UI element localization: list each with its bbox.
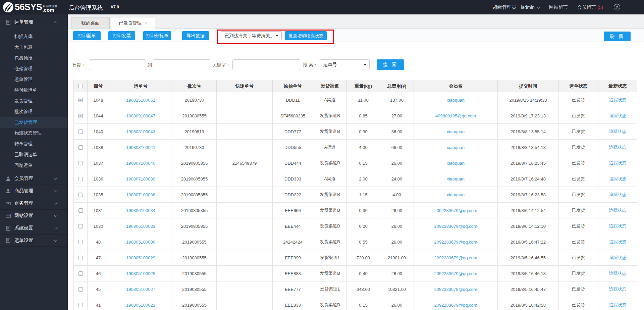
- print-label-button[interactable]: 打印面单: [73, 31, 101, 40]
- sidebar-item-无主包裹[interactable]: 无主包裹: [0, 42, 68, 53]
- row-checkbox[interactable]: [78, 114, 83, 118]
- cell-id: 1038: [88, 140, 109, 155]
- track-status-link[interactable]: 追踪状态: [609, 271, 627, 276]
- member-link[interactable]: xiaoquan: [447, 192, 465, 197]
- close-icon[interactable]: ×: [145, 21, 147, 26]
- tab-shipped-management[interactable]: 已发货管理 ×: [111, 17, 155, 29]
- track-status-link[interactable]: 追踪状态: [609, 129, 627, 134]
- member-link[interactable]: xiaoquan: [447, 129, 465, 134]
- waybill-link[interactable]: 190805100029: [126, 255, 155, 260]
- row-checkbox[interactable]: [78, 240, 83, 244]
- tab-my-desktop[interactable]: 我的桌面: [71, 17, 110, 29]
- date-to-input[interactable]: [153, 59, 210, 70]
- date-from-input[interactable]: [89, 59, 146, 70]
- waybill-link[interactable]: 190808100043: [126, 129, 155, 134]
- cell-checkbox: [74, 155, 88, 171]
- select-all-checkbox[interactable]: [74, 80, 88, 92]
- user-menu[interactable]: iadmin: [521, 5, 540, 10]
- member-link[interactable]: xiaoquan: [447, 161, 465, 166]
- waybill-link[interactable]: 190808100041: [126, 145, 155, 150]
- sidebar-item-仓储管理[interactable]: 仓储管理: [0, 63, 68, 74]
- member-link[interactable]: 2092283679@qq.com: [434, 224, 477, 229]
- member-link[interactable]: xiaoquan: [447, 176, 465, 182]
- sidebar-item-已发货管理[interactable]: 已发货管理: [0, 117, 68, 128]
- site-messages-link[interactable]: 网站留言: [549, 4, 568, 10]
- row-checkbox[interactable]: [78, 208, 83, 213]
- waybill-link[interactable]: 190815100051: [126, 98, 155, 103]
- sidebar-item-发货管理[interactable]: 发货管理: [0, 96, 68, 106]
- sidebar-item-问题运单[interactable]: 问题运单: [0, 160, 68, 171]
- row-checkbox[interactable]: [78, 224, 83, 228]
- search-button[interactable]: 搜 索: [377, 59, 404, 70]
- track-status-link[interactable]: 追踪状态: [609, 145, 627, 150]
- track-status-link[interactable]: 追踪状态: [609, 192, 627, 197]
- waybill-link[interactable]: 190805100028: [126, 271, 155, 276]
- sidebar-item-包裹预报[interactable]: 包裹预报: [0, 53, 68, 63]
- waybill-link[interactable]: 190807100038: [126, 192, 155, 197]
- cell-status: 已发货: [559, 171, 598, 187]
- row-checkbox[interactable]: [78, 177, 83, 181]
- member-link[interactable]: 2092283679@qq.com: [434, 287, 477, 292]
- row-checkbox[interactable]: [78, 161, 83, 165]
- member-link[interactable]: 2092283679@qq.com: [434, 271, 477, 276]
- track-status-link[interactable]: 追踪状态: [609, 97, 627, 102]
- member-link[interactable]: 2092283679@qq.com: [434, 255, 477, 260]
- logistics-status-select[interactable]: 已到达海关，等待清关。: [221, 31, 282, 40]
- track-status-link[interactable]: 追踪状态: [609, 287, 627, 292]
- sidebar-group-waybill-management[interactable]: 运单管理: [0, 14, 68, 30]
- sidebar-item-转单管理[interactable]: 转单管理: [0, 139, 68, 149]
- row-checkbox[interactable]: [78, 145, 83, 150]
- waybill-link[interactable]: 190807100040: [126, 161, 155, 166]
- waybill-link[interactable]: 190806100033: [126, 224, 155, 229]
- track-status-link[interactable]: 追踪状态: [609, 302, 627, 307]
- waybill-link[interactable]: 190807100039: [126, 176, 155, 182]
- row-checkbox[interactable]: [78, 271, 83, 276]
- print-invoice-button[interactable]: 打印发票: [108, 31, 135, 40]
- refresh-button[interactable]: 刷 新: [604, 32, 631, 41]
- member-messages-link[interactable]: 会员留言 (5): [577, 4, 603, 10]
- track-status-link[interactable]: 追踪状态: [609, 255, 627, 260]
- search-type-select[interactable]: 运单号: [320, 59, 370, 70]
- sidebar-group-财务管理[interactable]: 财务管理: [0, 197, 68, 209]
- waybill-link[interactable]: 190805100023: [126, 303, 155, 308]
- track-status-link[interactable]: 追踪状态: [609, 239, 627, 244]
- member-link[interactable]: 2092283679@qq.com: [434, 240, 477, 245]
- sidebar-group-运单设置[interactable]: 运单设置: [0, 234, 68, 247]
- track-status-link[interactable]: 追踪状态: [609, 208, 627, 213]
- row-checkbox[interactable]: [78, 130, 83, 134]
- track-status-link[interactable]: 追踪状态: [609, 176, 627, 181]
- sidebar-group-商品管理[interactable]: 商品管理: [0, 185, 68, 197]
- member-link[interactable]: xiaoquan: [447, 145, 465, 150]
- row-checkbox[interactable]: [78, 256, 83, 260]
- export-data-button[interactable]: 导出数据: [182, 31, 209, 40]
- track-status-link[interactable]: 追踪状态: [609, 223, 627, 228]
- sidebar-item-运单管理[interactable]: 运单管理: [0, 74, 68, 85]
- member-link[interactable]: 2092283679@qq.com: [434, 303, 477, 308]
- sidebar-item-已取消运单[interactable]: 已取消运单: [0, 149, 68, 160]
- waybill-link[interactable]: 190806100034: [126, 208, 155, 213]
- member-link[interactable]: 409889195@qq.com: [435, 113, 476, 118]
- sidebar-group-label: 网站设置: [14, 213, 33, 219]
- sidebar-group-系统设置[interactable]: 系统设置: [0, 222, 68, 234]
- keyword-input[interactable]: [232, 59, 300, 70]
- row-checkbox[interactable]: [78, 303, 83, 307]
- sidebar-item-待付款运单[interactable]: 待付款运单: [0, 85, 68, 96]
- sidebar-item-物流状态管理[interactable]: 物流状态管理: [0, 128, 68, 139]
- member-link[interactable]: xiaoquan: [447, 98, 465, 103]
- track-status-link[interactable]: 追踪状态: [609, 160, 627, 165]
- row-checkbox[interactable]: [78, 287, 83, 292]
- print-sorting-button[interactable]: 打印分拣单: [143, 31, 171, 40]
- waybill-link[interactable]: 190805100030: [126, 240, 155, 245]
- member-link[interactable]: 2092283679@qq.com: [434, 208, 477, 213]
- row-checkbox[interactable]: [78, 193, 83, 197]
- sidebar-group-会员管理[interactable]: 会员管理: [0, 172, 68, 185]
- row-checkbox[interactable]: [78, 98, 83, 102]
- waybill-link[interactable]: 190809100047: [126, 113, 155, 118]
- track-status-link[interactable]: 追踪状态: [609, 113, 627, 118]
- sidebar-group-网站设置[interactable]: 网站设置: [0, 209, 68, 222]
- sidebar-item-扫描入库[interactable]: 扫描入库: [0, 31, 68, 42]
- batch-add-status-button[interactable]: 批量增加物流状态: [285, 31, 327, 40]
- sidebar-item-批次管理[interactable]: 批次管理: [0, 106, 68, 117]
- waybill-link[interactable]: 190805100027: [126, 287, 155, 292]
- help-icon[interactable]: ?: [614, 4, 620, 10]
